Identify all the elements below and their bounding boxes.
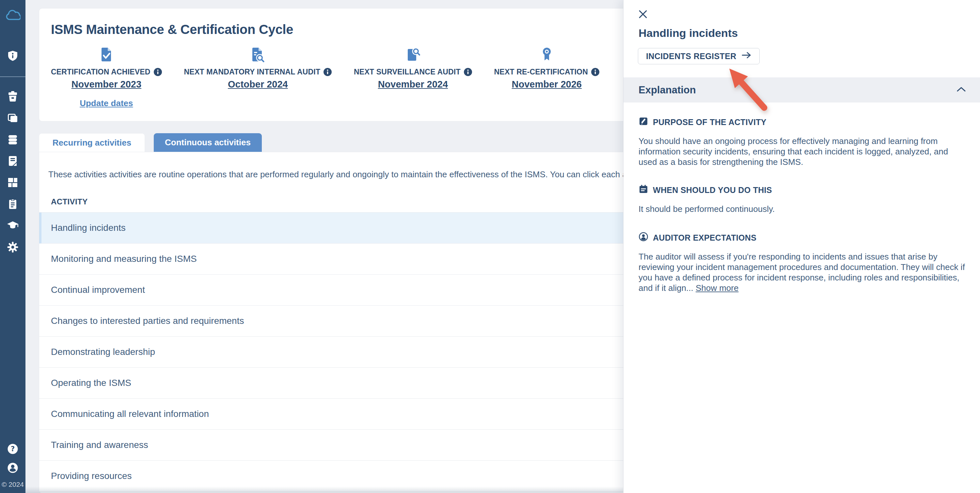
shield-info-icon: [7, 50, 18, 62]
close-icon: [638, 10, 648, 19]
sidebar: ? © 2024: [0, 0, 25, 493]
sidebar-item-documents[interactable]: [0, 112, 25, 125]
section-auditor-body: The auditor will assess if you're respon…: [638, 251, 965, 293]
panel-title: Handling incidents: [638, 27, 980, 40]
tab-recurring-activities[interactable]: Recurring activities: [39, 133, 145, 152]
row-label: Changes to interested parties and requir…: [51, 316, 244, 326]
milestone-recertification: NEXT RE-CERTIFICATION November 2026: [494, 47, 599, 108]
clipboard-icon: [7, 198, 19, 211]
info-icon[interactable]: [464, 68, 472, 76]
section-purpose-body: You should have an ongoing process for e…: [638, 136, 965, 167]
sidebar-divider: [0, 76, 25, 77]
milestone-certification-achieved: CERTIFICATION ACHIEVED November 2023 Upd…: [51, 47, 162, 108]
activity-detail-panel: Handling incidents INCIDENTS REGISTER Ex…: [623, 0, 980, 493]
info-icon[interactable]: [591, 68, 599, 76]
section-heading-label: AUDITOR EXPECTATIONS: [653, 233, 756, 243]
document-check-icon: [99, 47, 114, 62]
sidebar-bottom: ? © 2024: [0, 443, 25, 488]
sidebar-item-settings[interactable]: [0, 241, 25, 254]
chevron-up-icon: [957, 87, 966, 93]
help-button[interactable]: ?: [0, 443, 25, 456]
app-root: ? © 2024 ISMS Maintenance & Certificatio…: [0, 0, 980, 493]
tab-continuous-activities[interactable]: Continuous activities: [154, 133, 262, 152]
section-auditor-heading: AUDITOR EXPECTATIONS: [638, 232, 965, 243]
close-panel-button[interactable]: [637, 9, 648, 20]
section-when-body: It should be performed continuously.: [638, 204, 965, 214]
sidebar-item-reports[interactable]: [0, 155, 25, 168]
section-when-heading: WHEN SHOULD YOU DO THIS: [638, 184, 965, 196]
milestones-row: CERTIFICATION ACHIEVED November 2023 Upd…: [51, 47, 599, 108]
milestone-surveillance-audit: NEXT SURVEILLANCE AUDIT November 2024: [354, 47, 472, 108]
row-label: Continual improvement: [51, 285, 145, 295]
sidebar-item-dashboard[interactable]: [0, 176, 25, 189]
incidents-register-label: INCIDENTS REGISTER: [646, 52, 737, 61]
sidebar-item-academy[interactable]: [0, 219, 25, 232]
sidebar-item-archive[interactable]: [0, 90, 25, 103]
milestone-label: CERTIFICATION ACHIEVED: [51, 68, 151, 76]
sidebar-item-tasks[interactable]: [0, 198, 25, 211]
milestone-date-link[interactable]: November 2026: [512, 79, 582, 90]
document-search-icon: [250, 47, 266, 62]
row-label: Demonstrating leadership: [51, 347, 155, 357]
row-label: Communicating all relevant information: [51, 409, 209, 419]
page-magnifier-icon: [405, 47, 421, 62]
sidebar-nav: [0, 90, 25, 254]
row-label: Handling incidents: [51, 223, 126, 233]
medal-ribbon-icon: [539, 47, 555, 62]
show-more-link[interactable]: Show more: [696, 283, 739, 293]
copyright: © 2024: [2, 480, 24, 488]
explanation-accordion-header[interactable]: Explanation: [624, 77, 980, 102]
milestone-label: NEXT MANDATORY INTERNAL AUDIT: [184, 68, 321, 76]
graduation-cap-icon: [6, 220, 19, 232]
help-icon: ?: [7, 443, 19, 456]
info-icon[interactable]: [154, 68, 162, 76]
milestone-date-link[interactable]: November 2023: [72, 79, 142, 90]
row-label: Monitoring and measuring the ISMS: [51, 254, 197, 264]
dashboard-icon: [7, 177, 19, 189]
row-label: Providing resources: [51, 471, 132, 481]
svg-text:?: ?: [11, 445, 15, 453]
scroll-fade: [25, 487, 623, 493]
sidebar-item-database[interactable]: [0, 133, 25, 146]
row-label: Operating the ISMS: [51, 378, 131, 388]
incidents-register-button[interactable]: INCIDENTS REGISTER: [638, 48, 760, 64]
milestone-label: NEXT SURVEILLANCE AUDIT: [354, 68, 461, 76]
calendar-icon: [638, 184, 648, 196]
sidebar-item-security[interactable]: [0, 49, 25, 63]
auditor-body-text: The auditor will assess if you're respon…: [638, 252, 965, 293]
update-dates-link[interactable]: Update dates: [80, 98, 133, 108]
section-heading-label: WHEN SHOULD YOU DO THIS: [653, 186, 772, 195]
milestone-date-link[interactable]: November 2024: [378, 79, 448, 90]
note-pencil-icon: [638, 116, 648, 128]
arrow-right-icon: [742, 51, 751, 61]
explanation-title: Explanation: [638, 84, 696, 96]
report-icon: [7, 155, 19, 168]
account-button[interactable]: [0, 462, 25, 475]
section-heading-label: PURPOSE OF THE ACTIVITY: [653, 118, 767, 127]
archive-box-icon: [7, 91, 19, 103]
explanation-sections: PURPOSE OF THE ACTIVITY You should have …: [624, 116, 980, 293]
milestone-label: NEXT RE-CERTIFICATION: [494, 68, 588, 76]
auditor-person-icon: [638, 232, 648, 243]
database-icon: [7, 134, 19, 146]
section-purpose-heading: PURPOSE OF THE ACTIVITY: [638, 116, 965, 128]
account-icon: [7, 462, 19, 475]
milestone-internal-audit: NEXT MANDATORY INTERNAL AUDIT October 20…: [184, 47, 332, 108]
settings-gear-icon: [7, 241, 19, 254]
milestone-date-link[interactable]: October 2024: [228, 79, 288, 90]
info-icon[interactable]: [323, 68, 332, 76]
documents-icon: [7, 112, 19, 125]
cloud-logo-icon[interactable]: [5, 9, 21, 22]
row-label: Training and awareness: [51, 440, 148, 450]
